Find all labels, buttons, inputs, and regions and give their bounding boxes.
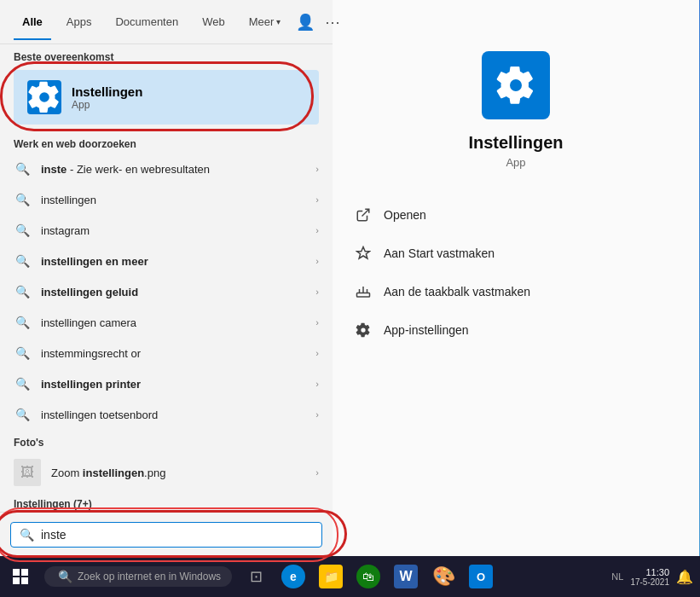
pin-start-icon xyxy=(353,243,373,264)
app-instellingen-icon xyxy=(353,320,373,340)
result-item-0[interactable]: 🔍 inste - Zie werk- en webresultaten › xyxy=(0,154,333,184)
search-loop-icon-8: 🔍 xyxy=(14,406,31,423)
search-box-bottom: 🔍 inste xyxy=(0,512,333,556)
search-loop-icon-4: 🔍 xyxy=(14,283,31,300)
chevron-icon-5: › xyxy=(315,317,319,327)
search-overlay: Alle Apps Documenten Web Meer ▾ 👤 ⋯ Best… xyxy=(0,0,699,556)
chevron-icon-3: › xyxy=(315,256,319,266)
best-match-item[interactable]: Instellingen App xyxy=(14,70,319,125)
tab-documenten[interactable]: Documenten xyxy=(107,3,187,40)
language-indicator: NL xyxy=(611,571,623,582)
result-item-2[interactable]: 🔍 instagram › xyxy=(0,215,333,246)
section-instellingen-group: Instellingen (7+) xyxy=(0,493,333,512)
fotos-item[interactable]: 🖼 Zoom instellingen.png › xyxy=(0,452,333,493)
desktop: 🦊 📁 💬 ⊞ M Alle Apps Documenten Web xyxy=(0,0,700,597)
taskbar-icon-word[interactable]: W xyxy=(389,556,423,597)
search-tabs: Alle Apps Documenten Web Meer ▾ 👤 ⋯ xyxy=(0,0,333,44)
result-item-7[interactable]: 🔍 instellingen printer › xyxy=(0,368,333,399)
store-icon: 🛍 xyxy=(356,565,380,588)
taskbar: 🔍 Zoek op internet en in Windows ⊡ e 📁 🛍 xyxy=(0,556,700,597)
photo-thumbnail: 🖼 xyxy=(14,459,41,486)
pin-taskbar-icon xyxy=(353,281,373,302)
tab-apps[interactable]: Apps xyxy=(58,3,101,40)
search-loop-icon-3: 🔍 xyxy=(14,252,31,270)
section-beste-overeenkomst: Beste overeenkomst xyxy=(0,44,333,67)
detail-panel: Instellingen App Openen Aan Start vastma… xyxy=(333,0,699,556)
edge-icon: e xyxy=(281,565,305,588)
taskbar-search-placeholder: Zoek op internet en in Windows xyxy=(78,571,221,583)
taskbar-start-button[interactable] xyxy=(0,556,41,597)
taskbar-icon-store[interactable]: 🛍 xyxy=(351,556,385,597)
windows-logo-icon xyxy=(13,569,28,584)
notification-icon[interactable]: 🔔 xyxy=(676,569,693,585)
detail-app-icon xyxy=(482,51,550,119)
taskbar-icon-view[interactable]: ⊡ xyxy=(239,556,273,597)
chevron-down-icon: ▾ xyxy=(276,17,281,26)
result-item-4[interactable]: 🔍 instellingen geluid › xyxy=(0,276,333,307)
taskbar-icon-edge[interactable]: e xyxy=(276,556,310,597)
best-match-wrapper: Instellingen App xyxy=(7,70,326,125)
detail-title: Instellingen xyxy=(468,133,563,153)
chevron-icon-1: › xyxy=(315,194,319,205)
person-icon[interactable]: 👤 xyxy=(296,13,315,32)
results-container: Beste overeenkomst Instellingen App xyxy=(0,44,333,512)
open-icon xyxy=(353,205,373,225)
search-input-display[interactable]: inste xyxy=(41,528,313,542)
best-match-text: Instellingen App xyxy=(72,84,142,111)
chevron-icon-6: › xyxy=(315,348,319,358)
taskbar-icon-explorer[interactable]: 📁 xyxy=(314,556,348,597)
action-pin-start[interactable]: Aan Start vastmaken xyxy=(353,235,679,273)
action-app-instellingen[interactable]: App-instellingen xyxy=(353,311,679,350)
action-openen[interactable]: Openen xyxy=(353,196,679,235)
taskbar-clock[interactable]: 11:30 17-5-2021 xyxy=(630,567,669,587)
result-item-8[interactable]: 🔍 instellingen toetsenbord › xyxy=(0,399,333,430)
taskbar-search-bar[interactable]: 🔍 Zoek op internet en in Windows xyxy=(44,566,232,587)
chevron-icon-8: › xyxy=(315,409,319,420)
search-box-container: 🔍 inste xyxy=(0,512,333,556)
taskbar-right-area: NL 11:30 17-5-2021 🔔 xyxy=(611,567,700,587)
section-fotos: Foto's xyxy=(0,430,333,452)
explorer-icon: 📁 xyxy=(319,565,343,588)
search-loop-icon-7: 🔍 xyxy=(14,375,31,392)
taskbar-app-icons: ⊡ e 📁 🛍 W 🎨 xyxy=(239,556,498,597)
search-loop-icon-0: 🔍 xyxy=(14,160,31,177)
chevron-icon-4: › xyxy=(315,287,319,297)
tab-actions: 👤 ⋯ xyxy=(296,13,340,32)
result-item-3[interactable]: 🔍 instellingen en meer › xyxy=(0,246,333,276)
result-item-5[interactable]: 🔍 instellingen camera › xyxy=(0,307,333,338)
taskbar-icon-skype[interactable]: 🎨 xyxy=(426,556,460,597)
outlook-icon: O xyxy=(469,565,493,588)
tab-alle[interactable]: Alle xyxy=(14,3,51,40)
tab-web[interactable]: Web xyxy=(194,3,234,40)
svg-rect-1 xyxy=(357,293,370,298)
search-loop-icon-1: 🔍 xyxy=(14,191,31,208)
action-pin-taskbar[interactable]: Aan de taakbalk vastmaken xyxy=(353,273,679,311)
chevron-icon-0: › xyxy=(315,164,319,174)
chevron-icon-2: › xyxy=(315,225,319,235)
search-loop-icon-5: 🔍 xyxy=(14,314,31,331)
search-input-wrapper[interactable]: 🔍 inste xyxy=(10,522,322,548)
tab-meer[interactable]: Meer ▾ xyxy=(240,3,290,40)
detail-actions: Openen Aan Start vastmaken Aan de taakba… xyxy=(333,196,699,350)
search-panel: Alle Apps Documenten Web Meer ▾ 👤 ⋯ Best… xyxy=(0,0,333,556)
result-item-1[interactable]: 🔍 instellingen › xyxy=(0,184,333,215)
detail-subtitle: App xyxy=(506,156,525,169)
svg-line-0 xyxy=(362,209,369,216)
search-loop-icon-2: 🔍 xyxy=(14,222,31,239)
search-icon-main: 🔍 xyxy=(20,528,34,542)
result-item-6[interactable]: 🔍 instemmingsrecht or › xyxy=(0,338,333,368)
chevron-icon-7: › xyxy=(315,379,319,389)
chevron-fotos: › xyxy=(315,467,319,478)
clock-time: 11:30 xyxy=(630,567,669,577)
taskbar-search-icon: 🔍 xyxy=(58,570,72,583)
taskbar-icon-outlook[interactable]: O xyxy=(464,556,498,597)
word-icon: W xyxy=(394,565,418,588)
section-werk-web: Werk en web doorzoeken xyxy=(0,131,333,154)
clock-date: 17-5-2021 xyxy=(630,577,669,587)
search-loop-icon-6: 🔍 xyxy=(14,345,31,362)
best-match-app-icon xyxy=(27,80,61,114)
more-options-icon[interactable]: ⋯ xyxy=(325,13,340,32)
